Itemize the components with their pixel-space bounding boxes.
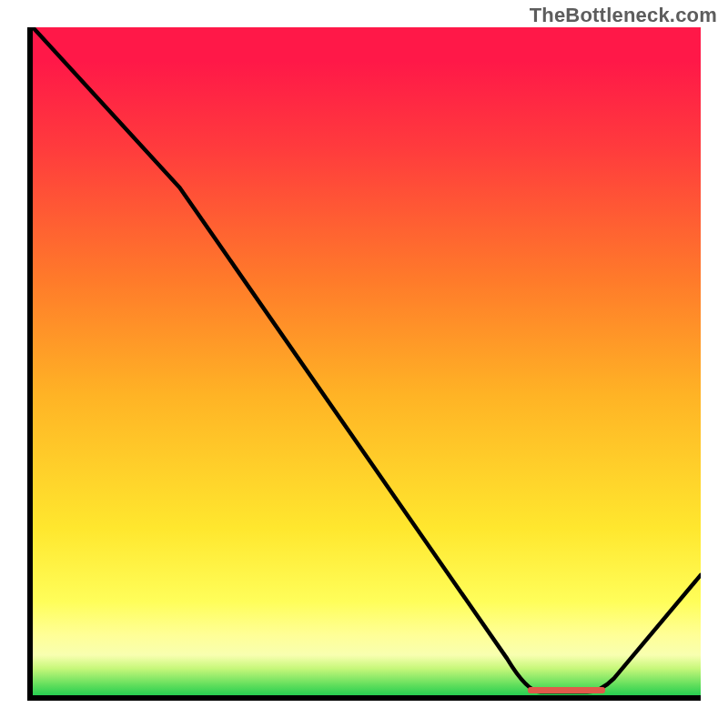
bottleneck-chart: TheBottleneck.com <box>0 0 728 728</box>
bottleneck-curve <box>33 27 701 695</box>
curve-path <box>33 27 701 692</box>
plot-area <box>27 27 701 701</box>
attribution-text: TheBottleneck.com <box>530 4 717 27</box>
trough-marker <box>528 687 605 693</box>
